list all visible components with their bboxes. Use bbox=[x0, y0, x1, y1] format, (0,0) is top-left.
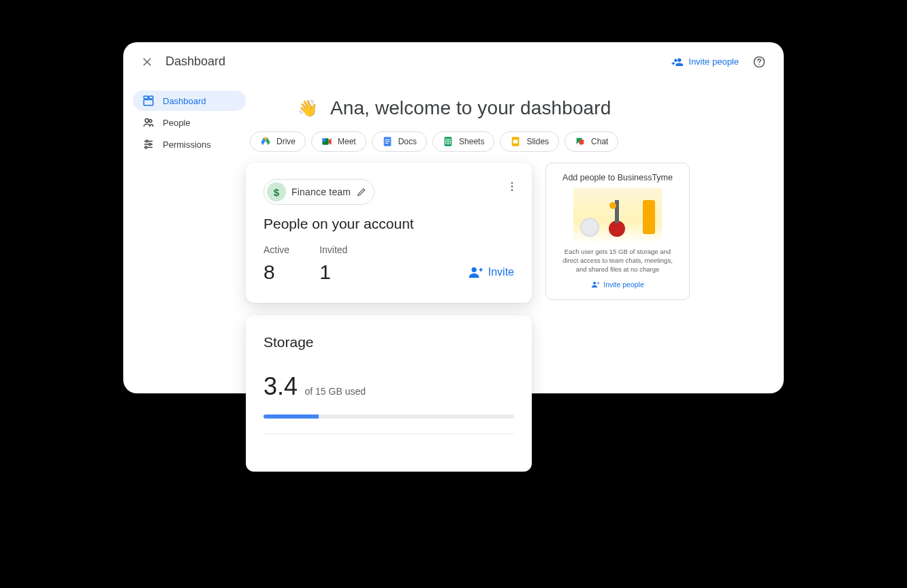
drive-icon bbox=[260, 136, 271, 147]
more-icon[interactable] bbox=[506, 180, 518, 193]
wave-icon: 👋 bbox=[298, 99, 318, 118]
stat-active: Active 8 bbox=[264, 244, 289, 284]
svg-point-33 bbox=[609, 202, 616, 209]
chip-label: Sheets bbox=[459, 137, 484, 146]
svg-rect-19 bbox=[385, 141, 389, 142]
help-icon[interactable] bbox=[752, 55, 766, 69]
hero-title: Ana, welcome to your dashboard bbox=[330, 97, 611, 119]
promo-card: Add people to BusinessTyme Each user get… bbox=[545, 163, 690, 300]
admin-dashboard-window: Dashboard Invite people Dashboard People… bbox=[123, 42, 784, 393]
main-content: 👋 Ana, welcome to your dashboard Drive M… bbox=[246, 91, 784, 156]
sidebar-item-label: Dashboard bbox=[163, 96, 206, 106]
slides-icon bbox=[510, 136, 521, 147]
promo-invite-button[interactable]: Invite people bbox=[554, 280, 681, 289]
stat-value: 1 bbox=[319, 261, 347, 284]
chip-chat[interactable]: Chat bbox=[564, 131, 618, 152]
storage-value: 3.4 bbox=[264, 372, 298, 401]
svg-rect-6 bbox=[144, 100, 153, 105]
chip-drive[interactable]: Drive bbox=[250, 131, 306, 152]
sidebar-item-permissions[interactable]: Permissions bbox=[133, 134, 246, 154]
sliders-icon bbox=[142, 138, 155, 150]
person-add-icon bbox=[591, 280, 599, 289]
promo-title: Add people to BusinessTyme bbox=[554, 173, 681, 182]
promo-illustration bbox=[573, 188, 662, 244]
svg-rect-20 bbox=[385, 143, 388, 144]
svg-rect-16 bbox=[322, 138, 325, 142]
people-card: $ Finance team People on your account Ac… bbox=[246, 163, 532, 303]
stat-invited: Invited 1 bbox=[319, 244, 347, 284]
storage-suffix: of 15 GB used bbox=[305, 386, 366, 397]
app-shortcut-row: Drive Meet Docs Sheets Slides bbox=[250, 131, 763, 152]
dashboard-icon bbox=[142, 95, 155, 107]
stat-label: Active bbox=[264, 244, 289, 255]
people-card-title: People on your account bbox=[264, 216, 514, 232]
storage-progress-fill bbox=[264, 414, 319, 419]
topbar: Dashboard Invite people bbox=[123, 42, 784, 76]
chip-label: Chat bbox=[591, 137, 608, 146]
chip-meet[interactable]: Meet bbox=[311, 131, 366, 152]
promo-cta-label: Invite people bbox=[603, 280, 644, 289]
invite-people-button[interactable]: Invite people bbox=[671, 56, 739, 68]
people-icon bbox=[142, 116, 155, 129]
storage-card: Storage 3.4 of 15 GB used bbox=[246, 315, 532, 472]
svg-point-7 bbox=[145, 118, 148, 122]
svg-point-34 bbox=[593, 282, 596, 284]
invite-button[interactable]: Invite bbox=[468, 265, 514, 280]
chip-label: Meet bbox=[338, 137, 356, 146]
svg-point-3 bbox=[759, 63, 760, 65]
divider bbox=[264, 434, 514, 434]
svg-point-10 bbox=[146, 140, 148, 142]
person-add-icon bbox=[671, 56, 683, 68]
edit-icon bbox=[356, 186, 367, 197]
chat-icon bbox=[575, 136, 586, 147]
chip-label: Docs bbox=[398, 137, 417, 146]
hero: 👋 Ana, welcome to your dashboard bbox=[298, 97, 763, 119]
sidebar: Dashboard People Permissions bbox=[123, 91, 246, 156]
docs-icon bbox=[382, 136, 393, 147]
svg-rect-26 bbox=[513, 140, 518, 143]
dollar-icon: $ bbox=[267, 182, 286, 201]
promo-blurb: Each user gets 15 GB of storage and dire… bbox=[554, 248, 681, 274]
chip-docs[interactable]: Docs bbox=[372, 131, 427, 152]
chip-sheets[interactable]: Sheets bbox=[432, 131, 494, 152]
team-name: Finance team bbox=[291, 186, 351, 197]
close-icon[interactable] bbox=[141, 56, 153, 68]
chip-slides[interactable]: Slides bbox=[500, 131, 559, 152]
meet-icon bbox=[321, 136, 332, 147]
invite-label: Invite bbox=[488, 266, 514, 278]
sidebar-item-people[interactable]: People bbox=[133, 112, 246, 133]
person-add-icon bbox=[468, 265, 483, 280]
svg-point-8 bbox=[149, 120, 152, 122]
svg-point-14 bbox=[145, 146, 147, 148]
sidebar-item-label: People bbox=[163, 118, 190, 128]
svg-point-27 bbox=[511, 182, 513, 184]
svg-point-30 bbox=[471, 267, 476, 272]
chip-label: Slides bbox=[526, 137, 549, 146]
chip-label: Drive bbox=[276, 137, 296, 146]
sheets-icon bbox=[443, 136, 454, 147]
page-title: Dashboard bbox=[165, 54, 225, 69]
svg-point-28 bbox=[511, 186, 513, 188]
sidebar-item-label: Permissions bbox=[163, 140, 211, 150]
invite-people-label: Invite people bbox=[688, 56, 739, 67]
sidebar-item-dashboard[interactable]: Dashboard bbox=[133, 91, 246, 111]
svg-rect-18 bbox=[385, 140, 389, 140]
team-selector[interactable]: $ Finance team bbox=[264, 179, 375, 205]
svg-point-29 bbox=[511, 189, 513, 191]
storage-progress bbox=[264, 414, 514, 419]
storage-title: Storage bbox=[264, 334, 514, 350]
stat-label: Invited bbox=[319, 244, 347, 255]
stat-value: 8 bbox=[264, 261, 289, 284]
svg-point-12 bbox=[149, 144, 151, 146]
svg-rect-5 bbox=[149, 96, 153, 99]
svg-rect-4 bbox=[144, 96, 148, 99]
